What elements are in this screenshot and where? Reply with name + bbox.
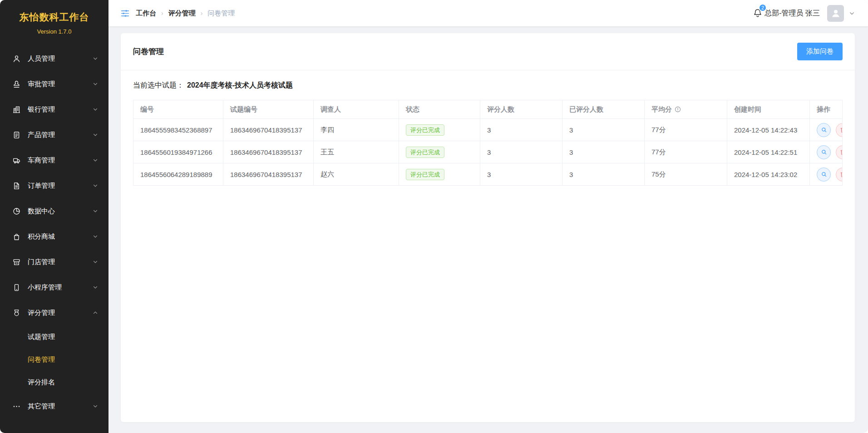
cell-average: 77分	[645, 119, 727, 141]
cell-surveyor: 王五	[314, 141, 399, 163]
chevron-down-icon	[92, 157, 99, 163]
cell-raters: 3	[480, 119, 562, 141]
questionnaire-card: 问卷管理 添加问卷 当前选中试题：2024年度考核-技术人员考核试题 编号试题编…	[121, 33, 855, 422]
chevron-down-icon	[92, 233, 99, 240]
cell-actions	[810, 141, 843, 163]
sidebar-subitem-question-management[interactable]: 试题管理	[0, 325, 108, 348]
delete-button[interactable]	[836, 145, 843, 159]
status-badge: 评分已完成	[406, 147, 444, 158]
cell-raters: 3	[480, 141, 562, 163]
breadcrumb-item[interactable]: 工作台	[136, 9, 156, 18]
cell-average: 75分	[645, 163, 727, 186]
sidebar-item-car-dealer[interactable]: 车商管理	[0, 148, 108, 173]
sidebar-item-label: 产品管理	[28, 131, 55, 139]
delete-button[interactable]	[836, 123, 843, 137]
chevron-down-icon	[92, 55, 99, 62]
search-icon	[820, 126, 828, 133]
bag-icon	[12, 232, 21, 241]
delete-button[interactable]	[836, 167, 843, 182]
cell-surveyor: 李四	[314, 119, 399, 141]
sidebar-item-mini-program[interactable]: 小程序管理	[0, 275, 108, 300]
card-header: 问卷管理 添加问卷	[121, 33, 855, 70]
sidebar-item-order[interactable]: 订单管理	[0, 173, 108, 198]
stamp-icon	[12, 80, 21, 89]
search-icon	[820, 171, 828, 178]
sidebar-item-label: 门店管理	[28, 258, 55, 266]
sidebar-menu: 人员管理审批管理银行管理产品管理车商管理订单管理数据中心积分商城门店管理小程序管…	[0, 46, 108, 433]
cell-average: 77分	[645, 141, 727, 163]
cell-surveyor: 赵六	[314, 163, 399, 186]
sidebar-item-store[interactable]: 门店管理	[0, 249, 108, 275]
app-window: 东怡数科工作台 Version 1.7.0 人员管理审批管理银行管理产品管理车商…	[0, 0, 868, 433]
view-button[interactable]	[817, 123, 831, 137]
chevron-down-icon	[92, 208, 99, 214]
sidebar-item-staff[interactable]: 人员管理	[0, 46, 108, 71]
breadcrumb-item[interactable]: 评分管理	[168, 9, 196, 18]
sidebar-item-data-center[interactable]: 数据中心	[0, 198, 108, 224]
sidebar-item-scoring[interactable]: 评分管理	[0, 300, 108, 325]
page-title: 问卷管理	[133, 46, 164, 57]
breadcrumb: 工作台›评分管理›问卷管理	[120, 9, 235, 18]
chevron-down-icon	[92, 403, 99, 409]
sidebar-item-approval[interactable]: 审批管理	[0, 71, 108, 97]
ellipsis-icon	[12, 402, 21, 411]
avatar[interactable]	[827, 5, 844, 22]
app-version: Version 1.7.0	[0, 28, 108, 35]
column-header: 操作	[810, 100, 843, 119]
header-right: 2 总部-管理员 张三	[753, 5, 855, 22]
trash-icon	[839, 171, 843, 178]
sidebar-item-label: 车商管理	[28, 156, 55, 165]
cell-id: 1864556019384971266	[133, 141, 223, 163]
column-header: 调查人	[314, 100, 399, 119]
sidebar-item-label: 积分商城	[28, 232, 55, 241]
search-icon	[820, 148, 828, 156]
table-header-row: 编号试题编号调查人状态评分人数已评分人数平均分创建时间操作	[133, 100, 843, 119]
cell-actions	[810, 163, 843, 186]
sidebar-item-product[interactable]: 产品管理	[0, 122, 108, 148]
column-header: 评分人数	[480, 100, 562, 119]
sidebar-subitem-score-ranking[interactable]: 评分排名	[0, 371, 108, 394]
app-title: 东怡数科工作台	[0, 11, 108, 24]
chevron-down-icon	[92, 284, 99, 290]
cell-id: 1864555983452368897	[133, 119, 223, 141]
user-menu-chevron-down-icon[interactable]	[848, 10, 855, 17]
cell-paper-id: 1863469670418395137	[223, 141, 314, 163]
add-questionnaire-button[interactable]: 添加问卷	[797, 43, 843, 60]
cell-rated: 3	[562, 119, 645, 141]
mobile-icon	[12, 283, 21, 292]
chevron-down-icon	[92, 132, 99, 138]
main-column: 工作台›评分管理›问卷管理 2 总部-管理员 张三 问卷管理 添加问卷 当前选中…	[108, 0, 868, 433]
file-icon	[12, 182, 21, 190]
cell-status: 评分已完成	[399, 119, 480, 141]
cell-paper-id: 1863469670418395137	[223, 163, 314, 186]
page-content: 问卷管理 添加问卷 当前选中试题：2024年度考核-技术人员考核试题 编号试题编…	[108, 26, 868, 433]
sidebar-item-label: 审批管理	[28, 80, 55, 89]
sidebar-item-label: 人员管理	[28, 54, 55, 63]
cell-rated: 3	[562, 163, 645, 186]
column-header: 试题编号	[223, 100, 314, 119]
view-button[interactable]	[817, 167, 831, 182]
sidebar-item-label: 订单管理	[28, 182, 55, 190]
cell-status: 评分已完成	[399, 163, 480, 186]
sidebar-item-points-mall[interactable]: 积分商城	[0, 224, 108, 249]
sidebar-item-bank[interactable]: 银行管理	[0, 97, 108, 122]
sidebar-item-label: 银行管理	[28, 105, 55, 114]
sidebar-subitem-questionnaire-management[interactable]: 问卷管理	[0, 348, 108, 371]
average-info-icon[interactable]	[674, 106, 681, 113]
cell-actions	[810, 119, 843, 141]
cell-raters: 3	[480, 163, 562, 186]
sidebar-item-other[interactable]: 其它管理	[0, 394, 108, 419]
cell-status: 评分已完成	[399, 141, 480, 163]
top-header: 工作台›评分管理›问卷管理 2 总部-管理员 张三	[108, 0, 868, 26]
sidebar-item-label: 数据中心	[28, 207, 55, 216]
view-button[interactable]	[817, 145, 831, 159]
questionnaire-table: 编号试题编号调查人状态评分人数已评分人数平均分创建时间操作 1864555983…	[133, 100, 843, 186]
table-row: 18645560193849712661863469670418395137王五…	[133, 141, 843, 163]
cell-rated: 3	[562, 141, 645, 163]
sliders-icon[interactable]	[120, 9, 130, 18]
trash-icon	[839, 148, 843, 156]
notification-bell-icon[interactable]: 2	[753, 8, 763, 19]
document-icon	[12, 131, 21, 139]
cell-created: 2024-12-05 14:23:02	[727, 163, 810, 186]
selected-question-label: 当前选中试题：	[133, 81, 184, 89]
